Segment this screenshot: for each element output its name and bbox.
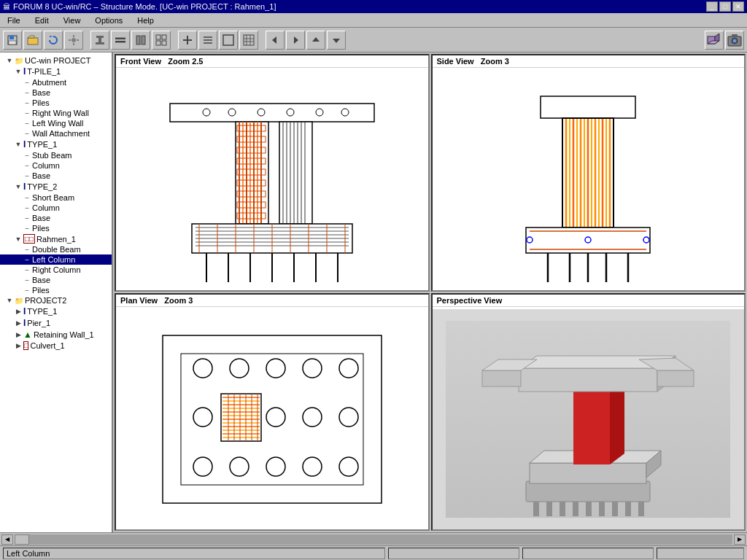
tree-node-short-beam[interactable]: – Short Beam [0, 192, 112, 203]
tree-node-right-wing-wall[interactable]: – Right Wing Wall [0, 108, 112, 118]
tree-node-t-pile-1[interactable]: ▼ I T-PILE_1 [0, 66, 112, 77]
settings-button[interactable] [64, 31, 83, 50]
node-label: TYPE_1 [27, 307, 57, 316]
svg-rect-180 [519, 368, 657, 392]
node-label: Wall Attachment [32, 129, 90, 138]
tree-node-type-1b[interactable]: ▶ I TYPE_1 [0, 306, 112, 317]
svg-point-158 [193, 457, 212, 476]
tree-node-project2[interactable]: ▼ 📁 PROJECT2 [0, 295, 112, 306]
scroll-track[interactable] [15, 534, 732, 545]
title-bar-controls[interactable]: _ □ ✕ [706, 1, 744, 12]
arrow-right-button[interactable] [286, 31, 305, 50]
node-label: TYPE_2 [27, 182, 57, 191]
folder-icon: 📁 [15, 57, 23, 65]
svg-rect-30 [244, 35, 254, 45]
title-bar-left: 🏛 FORUM 8 UC-win/RC – Structure Mode. [U… [3, 2, 276, 11]
svg-rect-45 [732, 34, 738, 37]
tree-node-column-2[interactable]: – Column [0, 203, 112, 213]
tool1-button[interactable] [178, 31, 197, 50]
refresh-button[interactable] [44, 31, 63, 50]
svg-rect-10 [77, 39, 79, 41]
open-button[interactable] [23, 31, 42, 50]
menu-options[interactable]: Options [90, 15, 127, 26]
expand-icon: – [23, 109, 31, 117]
tree-node-column-1[interactable]: – Column [0, 160, 112, 171]
svg-rect-21 [162, 35, 166, 39]
project-tree[interactable]: ▼ 📁 UC-win PROJECT ▼ I T-PILE_1 – Abutme… [0, 52, 113, 532]
arrow-down-button[interactable] [327, 31, 346, 50]
tree-node-piles[interactable]: – Piles [0, 98, 112, 108]
tool2-button[interactable] [198, 31, 217, 50]
view3d-button[interactable] [705, 31, 724, 50]
tree-node-base[interactable]: – Base [0, 88, 112, 98]
section-button[interactable] [131, 31, 150, 50]
expand-icon: ▼ [15, 68, 22, 75]
status-bar: Left Column [0, 545, 747, 560]
horizontal-scrollbar[interactable]: ◀ ▶ [0, 532, 747, 545]
perspective-view-content[interactable] [433, 309, 745, 529]
expand-icon: – [23, 89, 31, 96]
expand-icon: – [23, 99, 31, 106]
tree-node-culvert-1[interactable]: ▶ □ Culvert_1 [0, 341, 112, 351]
svg-point-159 [230, 457, 249, 476]
scroll-left-button[interactable]: ◀ [1, 534, 13, 545]
structure-button[interactable] [90, 31, 109, 50]
front-view-content[interactable] [116, 70, 428, 290]
tree-node-piles-3[interactable]: – Piles [0, 285, 112, 295]
i-beam-icon: I [23, 66, 26, 77]
tree-node-left-column[interactable]: – Left Column [0, 254, 112, 265]
tool4-button[interactable] [239, 31, 258, 50]
node-label: Piles [32, 286, 50, 295]
tool3-button[interactable] [219, 31, 238, 50]
menu-bar: File Edit View Options Help [0, 13, 747, 28]
tree-node-piles-2[interactable]: – Piles [0, 223, 112, 233]
svg-rect-185 [657, 370, 694, 386]
plan-view-content[interactable] [116, 309, 428, 529]
svg-rect-174 [530, 463, 646, 483]
perspective-view-title: Perspective View [433, 295, 745, 307]
close-button[interactable]: ✕ [732, 1, 744, 12]
camera-button[interactable] [725, 31, 744, 50]
menu-file[interactable]: File [3, 15, 25, 26]
grid-button[interactable] [152, 31, 171, 50]
tree-node-double-beam[interactable]: – Double Beam [0, 244, 112, 254]
svg-rect-173 [638, 502, 644, 516]
tree-node-left-wing-wall[interactable]: – Left Wing Wall [0, 118, 112, 128]
scroll-right-button[interactable]: ▶ [734, 534, 746, 545]
menu-help[interactable]: Help [133, 15, 158, 26]
svg-rect-170 [599, 502, 605, 516]
tree-node-base-2[interactable]: – Base [0, 213, 112, 223]
perspective-view-panel: Perspective View [431, 293, 746, 531]
beam-button[interactable] [111, 31, 130, 50]
svg-marker-37 [312, 37, 320, 42]
tree-node-type-2[interactable]: ▼ I TYPE_2 [0, 181, 112, 192]
save-button[interactable] [3, 31, 22, 50]
side-view-content[interactable] [433, 70, 745, 290]
tree-node-rahmen-1[interactable]: ▼ □□ Rahmen_1 [0, 233, 112, 244]
svg-point-162 [339, 457, 358, 476]
menu-edit[interactable]: Edit [31, 15, 53, 26]
maximize-button[interactable]: □ [719, 1, 731, 12]
arrow-left-button[interactable] [266, 31, 285, 50]
tree-node-abutment[interactable]: – Abutment [0, 77, 112, 88]
menu-view[interactable]: View [59, 15, 85, 26]
minimize-button[interactable]: _ [706, 1, 718, 12]
node-label: Rahmen_1 [36, 235, 76, 244]
tree-node-base-1[interactable]: – Base [0, 171, 112, 181]
svg-marker-35 [272, 36, 276, 44]
tree-node-right-column[interactable]: – Right Column [0, 265, 112, 275]
i-beam-icon: I [23, 182, 26, 192]
tree-node-wall-attachment[interactable]: – Wall Attachment [0, 128, 112, 139]
expand-icon: ▼ [15, 141, 22, 148]
views-area: Front View Zoom 2.5 [113, 52, 747, 532]
tree-node-type-1[interactable]: ▼ I TYPE_1 [0, 139, 112, 150]
expand-icon: – [23, 276, 31, 284]
arrow-up-button[interactable] [306, 31, 325, 50]
tree-node-stub-beam[interactable]: – Stub Beam [0, 150, 112, 160]
scroll-thumb[interactable] [15, 534, 29, 545]
tree-node-retaining-wall-1[interactable]: ▶ ▲ Retaining Wall_1 [0, 329, 112, 341]
tree-node-uc-win-project[interactable]: ▼ 📁 UC-win PROJECT [0, 55, 112, 66]
tree-node-pier-1[interactable]: ▶ I Pier_1 [0, 317, 112, 329]
tree-node-base-3[interactable]: – Base [0, 275, 112, 285]
node-label: Double Beam [32, 245, 81, 254]
